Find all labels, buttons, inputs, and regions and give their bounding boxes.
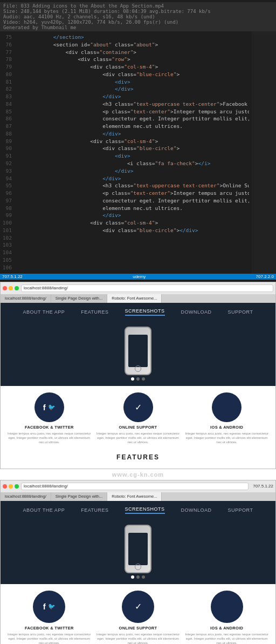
maximize-dot-2[interactable] xyxy=(15,484,19,489)
close-dot[interactable] xyxy=(3,286,7,290)
feature-desc-fb-1: Integer tempus arcu justo, nec egestas n… xyxy=(6,431,93,445)
dots-indicator-1 xyxy=(131,375,145,383)
features-section-2: f 🐦 FACEBOOK & TWITTER Integer tempus ar… xyxy=(1,584,275,644)
features-grid-1: f 🐦 FACEBOOK & TWITTER Integer tempus ar… xyxy=(6,392,270,445)
browser-window-2: localhost:8888/landing/ 707.5.1.22 local… xyxy=(0,480,276,644)
browser-version-2: 707.5.1.22 xyxy=(253,484,273,489)
dot-1[interactable] xyxy=(131,377,134,381)
browser-dots-2 xyxy=(3,484,19,489)
feature-circle-check-2: ✓ xyxy=(122,591,154,623)
dots-indicator-2 xyxy=(131,573,145,581)
dot-3[interactable] xyxy=(142,377,145,381)
feature-ios-android-1: IOS & ANDROID Integer tempus arcu justo,… xyxy=(183,392,270,445)
dot-2-2[interactable] xyxy=(136,575,140,579)
code-editor: File: 033 Adding icons to the About the … xyxy=(0,0,276,282)
feature-facebook-twitter-2: f 🐦 FACEBOOK & TWITTER Integer tempus ar… xyxy=(6,591,93,644)
browser-toolbar-2: localhost:8888/landing/ 707.5.1.22 xyxy=(1,480,275,492)
nav-support-2[interactable]: SUPPORT xyxy=(228,507,253,513)
feature-circle-ios-2 xyxy=(211,591,243,623)
check-icon-1: ✓ xyxy=(135,402,142,412)
nav-screenshots-2[interactable]: SCREENSHOTS xyxy=(125,506,165,514)
phone-screen-1 xyxy=(128,335,148,367)
feature-title-support-2: ONLINE SUPPORT xyxy=(119,626,157,631)
hero-section-1 xyxy=(1,321,275,386)
nav-download-1[interactable]: DOWNLOAD xyxy=(181,309,212,315)
section-title-1: FEATURES xyxy=(6,449,270,463)
maximize-dot[interactable] xyxy=(15,286,19,290)
browser-url-1[interactable]: localhost:8888/landing/ xyxy=(21,284,273,292)
nav-features-2[interactable]: FEATURES xyxy=(81,507,108,513)
minimize-dot[interactable] xyxy=(9,286,13,290)
feature-title-fb-2: FACEBOOK & TWITTER xyxy=(25,626,74,631)
nav-about-2[interactable]: ABOUT THE APP xyxy=(23,507,65,513)
editor-wrapper: 7576777879808182838485868788899091929394… xyxy=(0,31,276,274)
twitter-icon-1: 🐦 xyxy=(48,404,56,411)
feature-online-support-1: ✓ ONLINE SUPPORT Integer tempus arcu jus… xyxy=(95,392,182,445)
feature-desc-ios-2: Integer tempus arcu justo, nec egestas n… xyxy=(183,632,270,644)
feature-title-ios-2: IOS & ANDROID xyxy=(210,626,243,631)
phone-home-btn-2 xyxy=(135,564,141,570)
fb-tw-icon-1: f 🐦 xyxy=(43,403,56,412)
facebook-icon-1: f xyxy=(43,403,46,412)
feature-title-ios-1: IOS & ANDROID xyxy=(210,425,243,430)
nav-features-1[interactable]: FEATURES xyxy=(81,309,108,315)
site-nav-2: ABOUT THE APP FEATURES SCREENSHOTS DOWNL… xyxy=(1,501,275,519)
twitter-icon-2: 🐦 xyxy=(48,603,56,610)
hero-section-2 xyxy=(1,519,275,584)
dot-2-3[interactable] xyxy=(142,575,145,579)
feature-title-support-1: ONLINE SUPPORT xyxy=(119,425,157,430)
feature-facebook-twitter-1: f 🐦 FACEBOOK & TWITTER Integer tempus ar… xyxy=(6,392,93,445)
version-bar: 707.5.1.22 udemy 707.2.2.0 xyxy=(0,274,276,280)
tab-1-2[interactable]: Single Page Design with... xyxy=(51,294,108,303)
tab-1-3[interactable]: Roboto: Font Awesome... xyxy=(107,294,162,303)
browser-url-2[interactable]: localhost:8888/landing/ xyxy=(21,483,249,490)
code-area: 7576777879808182838485868788899091929394… xyxy=(0,31,249,274)
tab-2-2[interactable]: Single Page Design with... xyxy=(51,492,108,501)
file-info: File: 033 Adding icons to the About the … xyxy=(0,2,276,31)
code-content: </section> <section id="about" class="ab… xyxy=(15,31,249,274)
site-nav-1: ABOUT THE APP FEATURES SCREENSHOTS DOWNL… xyxy=(1,303,275,321)
tab-1-1[interactable]: localhost:8888/landing/ xyxy=(1,294,51,303)
nav-support-1[interactable]: SUPPORT xyxy=(228,309,253,315)
phone-image-1 xyxy=(125,327,151,375)
watermark: www.cg-kn.com xyxy=(0,469,276,480)
fb-tw-icon-2: f 🐦 xyxy=(43,602,56,611)
feature-circle-fb-2: f 🐦 xyxy=(33,591,65,623)
dot-2-1[interactable] xyxy=(131,575,134,579)
tab-2-3[interactable]: Roboto: Font Awesome... xyxy=(107,492,162,501)
feature-circle-check-1: ✓ xyxy=(123,392,153,422)
feature-desc-ios-1: Integer tempus arcu justo, nec egestas n… xyxy=(183,431,270,445)
browser-window-1: localhost:8888/landing/ localhost:8888/l… xyxy=(0,282,276,469)
check-icon-2: ✓ xyxy=(135,601,142,612)
phone-image-2 xyxy=(125,525,151,573)
facebook-icon-2: f xyxy=(43,602,46,611)
dot-2[interactable] xyxy=(136,377,140,381)
features-section-1: f 🐦 FACEBOOK & TWITTER Integer tempus ar… xyxy=(1,386,275,469)
feature-ios-android-2: IOS & ANDROID Integer tempus arcu justo,… xyxy=(183,591,270,644)
browser-dots-1 xyxy=(3,286,19,290)
nav-download-2[interactable]: DOWNLOAD xyxy=(181,507,212,513)
phone-home-btn-1 xyxy=(135,365,141,372)
feature-title-fb-1: FACEBOOK & TWITTER xyxy=(25,425,74,430)
close-dot-2[interactable] xyxy=(3,484,7,489)
minimize-dot-2[interactable] xyxy=(9,484,13,489)
minimap xyxy=(252,31,276,274)
browser-tabs-2: localhost:8888/landing/ Single Page Desi… xyxy=(1,492,275,501)
phone-screen-2 xyxy=(128,533,148,565)
nav-screenshots-1[interactable]: SCREENSHOTS xyxy=(125,308,165,316)
website-2: ABOUT THE APP FEATURES SCREENSHOTS DOWNL… xyxy=(1,501,275,644)
feature-desc-fb-2: Integer tempus arcu justo, nec egestas n… xyxy=(6,632,93,644)
feature-desc-support-1: Integer tempus arcu justo, nec egestas n… xyxy=(95,431,182,445)
nav-about-1[interactable]: ABOUT THE APP xyxy=(23,309,65,315)
feature-desc-support-2: Integer tempus arcu justo, nec egestas n… xyxy=(95,632,182,644)
feature-circle-fb-1: f 🐦 xyxy=(34,392,64,422)
feature-circle-ios-1 xyxy=(212,392,242,422)
website-1: ABOUT THE APP FEATURES SCREENSHOTS DOWNL… xyxy=(1,303,275,469)
tab-2-1[interactable]: localhost:8888/landing/ xyxy=(1,492,51,501)
features-grid-2: f 🐦 FACEBOOK & TWITTER Integer tempus ar… xyxy=(6,591,270,644)
feature-online-support-2: ✓ ONLINE SUPPORT Integer tempus arcu jus… xyxy=(95,591,182,644)
browser-toolbar-1: localhost:8888/landing/ xyxy=(1,282,275,294)
browser-tabs-1: localhost:8888/landing/ Single Page Desi… xyxy=(1,294,275,303)
line-numbers: 7576777879808182838485868788899091929394… xyxy=(0,31,15,274)
